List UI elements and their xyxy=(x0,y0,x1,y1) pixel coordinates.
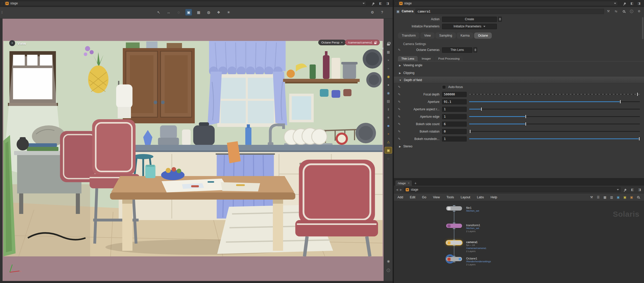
float-pane-icon[interactable]: ◨ xyxy=(637,188,642,192)
gear-icon[interactable]: ⚙ xyxy=(637,9,641,13)
param-value-field[interactable]: 1 xyxy=(442,114,467,119)
lens-subtab-imager[interactable]: Imager xyxy=(418,56,434,61)
brush-select-tool-icon[interactable]: ◌ xyxy=(175,9,182,16)
viewport-camera-menu[interactable]: Octane Persp xyxy=(318,40,346,45)
channel-pencil-icon[interactable]: ✎ xyxy=(394,122,403,126)
viewport-camera-path-pill[interactable]: /cameras/camera1 xyxy=(345,40,380,45)
burst-icon[interactable]: ✳ xyxy=(385,114,392,121)
sticky-note-icon[interactable]: ▣ xyxy=(623,195,627,199)
scrollbar[interactable] xyxy=(642,17,643,39)
pin-icon[interactable] xyxy=(623,188,628,192)
slider-handle[interactable] xyxy=(525,115,526,118)
action-spinner[interactable] xyxy=(498,17,502,22)
active-overlay-icon[interactable]: ▣ xyxy=(385,147,392,153)
float-pane-icon[interactable]: ◨ xyxy=(637,1,641,5)
lens-subtab-thin-lens[interactable]: Thin Lens xyxy=(398,56,418,61)
slider-handle[interactable] xyxy=(469,129,471,133)
dotted-circle-icon[interactable]: ◌ xyxy=(385,155,392,161)
param-slider[interactable] xyxy=(469,99,640,104)
octane-cameras-dropdown[interactable]: Thin Lens xyxy=(442,47,472,53)
menu-edit[interactable]: Edit xyxy=(410,195,415,199)
node-octane1[interactable]: Octane1/Render/rendersettings2 Layers xyxy=(446,257,462,261)
channel-pencil-icon[interactable]: ✎ xyxy=(394,48,403,52)
param-value-field[interactable]: 91.1 xyxy=(442,99,467,104)
pane-grip-icon[interactable]: ⋮ xyxy=(394,2,397,5)
camera-view-icon[interactable]: ◉ xyxy=(385,90,392,96)
channel-pencil-icon[interactable]: ✎ xyxy=(394,137,403,141)
snapshot-icon[interactable]: ◉ xyxy=(385,258,392,264)
slider-handle[interactable] xyxy=(620,100,621,104)
grid-view-icon[interactable]: ▦ xyxy=(603,195,607,199)
panel-icon[interactable]: ▤ xyxy=(385,98,392,104)
menu-labs[interactable]: Labs xyxy=(477,195,484,199)
channel-pencil-icon[interactable]: ✎ xyxy=(394,107,403,111)
param-slider[interactable] xyxy=(469,114,640,119)
pause-icon[interactable]: ‖ xyxy=(385,106,392,112)
warning-icon[interactable]: ⚠ xyxy=(385,139,392,145)
param-value-field[interactable]: 1 xyxy=(442,107,467,112)
gear-icon[interactable]: ⚙ xyxy=(369,9,376,16)
pane-path-selector[interactable]: ≋ stage xyxy=(397,1,618,6)
orange-close-icon[interactable]: × xyxy=(385,131,392,137)
node-body[interactable] xyxy=(446,206,462,211)
node-info-icon[interactable]: i xyxy=(629,9,634,13)
channel-pencil-icon[interactable]: ✎ xyxy=(394,85,403,89)
back-icon[interactable]: ◀ xyxy=(396,188,398,191)
channel-pencil-icon[interactable]: ✎ xyxy=(394,130,403,133)
lock-icon[interactable] xyxy=(385,41,392,47)
param-value-field[interactable]: 1 xyxy=(442,136,467,142)
parm-tab-octane[interactable]: Octane xyxy=(474,32,492,39)
viewport-info-icon[interactable]: i xyxy=(385,267,392,273)
pane-type-icon[interactable]: ✦ xyxy=(9,40,15,46)
palette-icon[interactable]: ▣ xyxy=(629,195,634,199)
action-dropdown[interactable]: Create xyxy=(442,17,497,22)
translate-tool-icon[interactable]: ↔ xyxy=(165,9,172,16)
param-slider[interactable] xyxy=(469,107,640,112)
parm-tab-karma[interactable]: Karma xyxy=(457,32,473,39)
initialize-dropdown[interactable]: Initialize Parameters xyxy=(442,24,497,29)
close-view-icon[interactable]: × xyxy=(385,57,392,63)
octane-cameras-spinner[interactable] xyxy=(473,47,477,52)
autofocus-checkbox[interactable] xyxy=(442,85,446,89)
param-value-field[interactable]: 6 xyxy=(442,122,467,127)
menu-help[interactable]: Help xyxy=(490,195,497,199)
slider-handle[interactable] xyxy=(637,92,638,96)
wrench-icon[interactable]: ⚒ xyxy=(589,195,594,199)
slider-handle[interactable] xyxy=(525,122,526,126)
cells-view-icon[interactable]: ▥ xyxy=(609,195,614,199)
channel-pencil-icon[interactable]: ✎ xyxy=(394,100,403,104)
parm-tab-view[interactable]: View xyxy=(420,32,435,39)
display-objects-icon[interactable]: ❖ xyxy=(215,9,222,16)
network-search-icon[interactable] xyxy=(636,195,640,199)
menu-view[interactable]: View xyxy=(433,195,440,199)
menu-add[interactable]: Add xyxy=(397,195,403,199)
param-slider[interactable] xyxy=(469,136,640,141)
pane-grip-icon[interactable]: ⋮ xyxy=(0,2,4,5)
lens-subtab-post-processing[interactable]: Post Processing xyxy=(435,56,463,61)
node-camera1[interactable]: camera1fps = 24/cameras/camera12 Layers xyxy=(446,241,462,245)
split-pane-icon[interactable]: ◧ xyxy=(630,1,634,5)
menu-go[interactable]: Go xyxy=(422,195,426,199)
slider-handle[interactable] xyxy=(639,137,640,141)
float-pane-icon[interactable]: ◨ xyxy=(385,1,390,5)
pin-icon[interactable] xyxy=(371,1,376,5)
section-stereo[interactable]: ▶ Stereo xyxy=(394,143,644,150)
node-body[interactable] xyxy=(446,224,462,228)
circle-icon[interactable]: ● xyxy=(385,82,392,88)
secure-selection-toggle-icon[interactable]: ▣ xyxy=(185,9,192,16)
toolbar-grip-icon[interactable]: ⋮ xyxy=(1,10,4,14)
node-body[interactable] xyxy=(446,241,462,245)
forward-icon[interactable]: ▶ xyxy=(400,188,402,191)
close-icon[interactable]: × xyxy=(408,181,410,185)
network-path-field[interactable]: ≋ stage xyxy=(404,187,621,192)
param-value-field[interactable]: 0 xyxy=(442,129,467,134)
node-file1[interactable]: file1/kitchen_set xyxy=(446,206,462,211)
help-icon[interactable]: ? xyxy=(379,9,385,16)
display-flag-icon[interactable] xyxy=(459,258,461,260)
param-slider[interactable] xyxy=(469,92,640,97)
select-tool-icon[interactable]: ↖ xyxy=(155,9,162,16)
grid-snap-icon[interactable]: ▦ xyxy=(385,49,392,55)
render-ring-icon[interactable]: ◉ xyxy=(385,73,392,80)
node-body[interactable] xyxy=(446,257,462,261)
new-tab-button[interactable]: + xyxy=(413,180,418,186)
